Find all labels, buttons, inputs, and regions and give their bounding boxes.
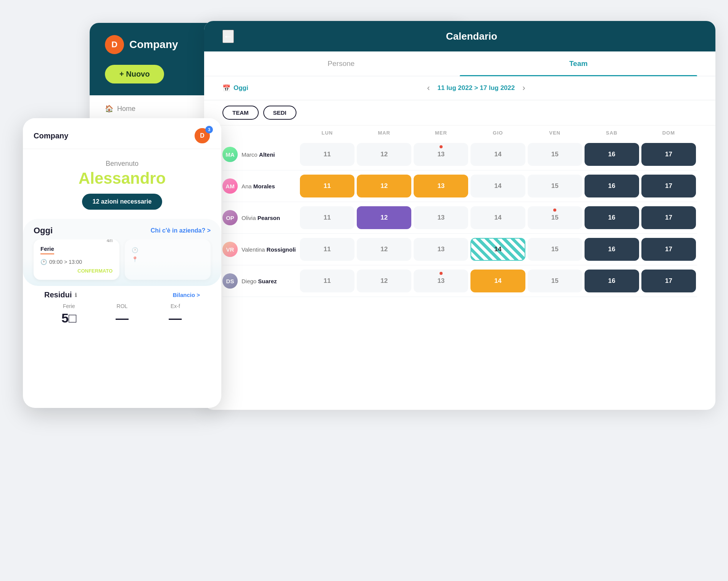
day-cell[interactable]: 14 — [470, 238, 525, 261]
day-cell[interactable]: 14 — [470, 143, 525, 166]
back-company-name: Company — [129, 39, 178, 51]
day-cell[interactable]: 16 — [585, 206, 639, 229]
date-range: 11 lug 2022 > 17 lug 2022 — [438, 84, 515, 92]
residui-ferie-value: 5□ — [44, 311, 93, 326]
filter-sedi-button[interactable]: SEDI — [263, 106, 296, 120]
day-cell[interactable]: 11 — [300, 143, 354, 166]
residui-label: Residui ℹ — [44, 290, 77, 299]
day-cell[interactable]: 12 — [357, 206, 411, 229]
day-cell[interactable]: 13 — [414, 270, 468, 292]
ferie-time: 🕐 09:00 > 13:00 — [40, 259, 113, 265]
cal-tabs: Persone Team — [204, 51, 715, 76]
back-logo-icon: D — [105, 35, 124, 54]
person-row: AMAna Morales11121314151617 — [222, 170, 697, 202]
nuovo-button[interactable]: + Nuovo — [105, 65, 164, 83]
residui-exf-label: Ex-f — [151, 303, 200, 309]
residui-exf: Ex-f — — [151, 303, 200, 326]
residui-rol-value: — — [97, 311, 147, 326]
day-cell[interactable]: 14 — [470, 270, 525, 292]
day-cell[interactable]: 14 — [470, 175, 525, 197]
day-cell[interactable]: 13 — [414, 175, 468, 197]
bilancio-link[interactable]: Bilancio > — [173, 292, 200, 298]
day-cell[interactable]: 15 — [528, 143, 582, 166]
person-row: VRValentina Rossignoli11121314151617 — [222, 234, 697, 265]
ferie-title: Ferie — [40, 246, 54, 254]
person-avatar: OP — [222, 210, 238, 225]
day-cell[interactable]: 12 — [357, 143, 411, 166]
person-row: DSDiego Suarez11121314151617 — [222, 265, 697, 297]
day-cell[interactable]: 16 — [585, 175, 639, 197]
cal-grid: LUN MAR MER GIO VEN SAB DOM MAMarco Alte… — [204, 125, 715, 408]
day-cell[interactable]: 13 — [414, 143, 468, 166]
day-cell[interactable]: 15 — [528, 206, 582, 229]
front-mobile-card: Company D 3 Benvenuto Alessandro 12 azio… — [23, 118, 221, 408]
day-cell[interactable]: 14 — [470, 206, 525, 229]
filter-team-button[interactable]: TEAM — [222, 106, 259, 120]
tab-persone[interactable]: Persone — [222, 51, 460, 76]
day-cell[interactable]: 17 — [641, 238, 696, 261]
person-name: Marco Alteni — [242, 151, 275, 158]
person-info: AMAna Morales — [222, 178, 299, 194]
day-cell[interactable]: 15 — [528, 238, 582, 261]
oggi-section-row: Oggi Chi c'è in azienda? > — [23, 219, 221, 239]
clock-icon-2: 🕐 — [132, 247, 138, 253]
day-cell[interactable]: 12 — [357, 270, 411, 292]
day-cell[interactable]: 15 — [528, 270, 582, 292]
person-avatar: AM — [222, 178, 238, 194]
next-week-button[interactable]: › — [522, 83, 525, 93]
cal-nav: ‹ 11 lug 2022 > 17 lug 2022 › — [255, 83, 697, 93]
day-cell[interactable]: 11 — [300, 175, 354, 197]
day-cell[interactable]: 17 — [641, 206, 696, 229]
day-label-dom: DOM — [640, 130, 697, 136]
benvenuto-text: Benvenuto — [34, 160, 211, 168]
cal-days-header: LUN MAR MER GIO VEN SAB DOM — [222, 125, 697, 139]
day-cell[interactable]: 13 — [414, 206, 468, 229]
day-cell[interactable]: 13 — [414, 238, 468, 261]
cal-back-button[interactable]: ← — [222, 30, 234, 43]
filter-buttons: TEAM SEDI — [204, 100, 715, 125]
cal-title: Calendario — [246, 30, 697, 42]
ferie-hours: 4h — [106, 239, 113, 243]
residui-columns: Ferie 5□ ROL — Ex-f — — [44, 303, 200, 326]
day-cell[interactable]: 16 — [585, 238, 639, 261]
day-label-mer: MER — [412, 130, 469, 136]
day-cell[interactable]: 17 — [641, 270, 696, 292]
residui-rol: ROL — — [97, 303, 147, 326]
day-cell[interactable]: 11 — [300, 238, 354, 261]
chi-link[interactable]: Chi c'è in azienda? > — [151, 227, 211, 234]
azioni-button[interactable]: 12 azioni necessarie — [82, 194, 163, 210]
residui-exf-value: — — [151, 311, 200, 326]
person-info: MAMarco Alteni — [222, 147, 299, 162]
residui-ferie: Ferie 5□ — [44, 303, 93, 326]
residui-header-row: Residui ℹ Bilancio > — [44, 290, 200, 299]
day-label-gio: GIO — [469, 130, 526, 136]
day-cell[interactable]: 12 — [357, 175, 411, 197]
confermato-badge: CONFERMATO — [40, 268, 113, 274]
day-cell[interactable]: 15 — [528, 175, 582, 197]
person-avatar: VR — [222, 242, 238, 257]
home-label: Home — [117, 105, 135, 113]
ferie-card: Ferie 4h 🕐 09:00 > 13:00 CONFERMATO — [34, 239, 119, 280]
day-cell[interactable]: 17 — [641, 175, 696, 197]
person-row: OPOlivia Pearson11121314151617 — [222, 202, 697, 234]
day-cell[interactable]: 16 — [585, 143, 639, 166]
prev-week-button[interactable]: ‹ — [427, 83, 430, 93]
person-row: MAMarco Alteni11121314151617 — [222, 139, 697, 170]
day-cell[interactable]: 11 — [300, 270, 354, 292]
oggi-button[interactable]: 📅 Oggi — [222, 84, 248, 92]
location-icon: 📍 — [132, 256, 138, 262]
clock-icon: 🕐 — [40, 259, 47, 265]
residui-section: Residui ℹ Bilancio > Ferie 5□ ROL — Ex-f… — [34, 286, 211, 326]
front-card-body: Benvenuto Alessandro 12 azioni necessari… — [23, 149, 221, 333]
tab-team[interactable]: Team — [460, 51, 697, 76]
oggi-section-label: Oggi — [34, 226, 53, 236]
day-cell[interactable]: 16 — [585, 270, 639, 292]
day-label-ven: VEN — [527, 130, 583, 136]
day-cell[interactable]: 17 — [641, 143, 696, 166]
person-name: Valentina Rossignoli — [242, 246, 296, 253]
avatar-letter: D — [200, 132, 205, 139]
residui-rol-label: ROL — [97, 303, 147, 309]
day-cell[interactable]: 11 — [300, 206, 354, 229]
person-name: Olivia Pearson — [242, 215, 280, 221]
day-cell[interactable]: 12 — [357, 238, 411, 261]
